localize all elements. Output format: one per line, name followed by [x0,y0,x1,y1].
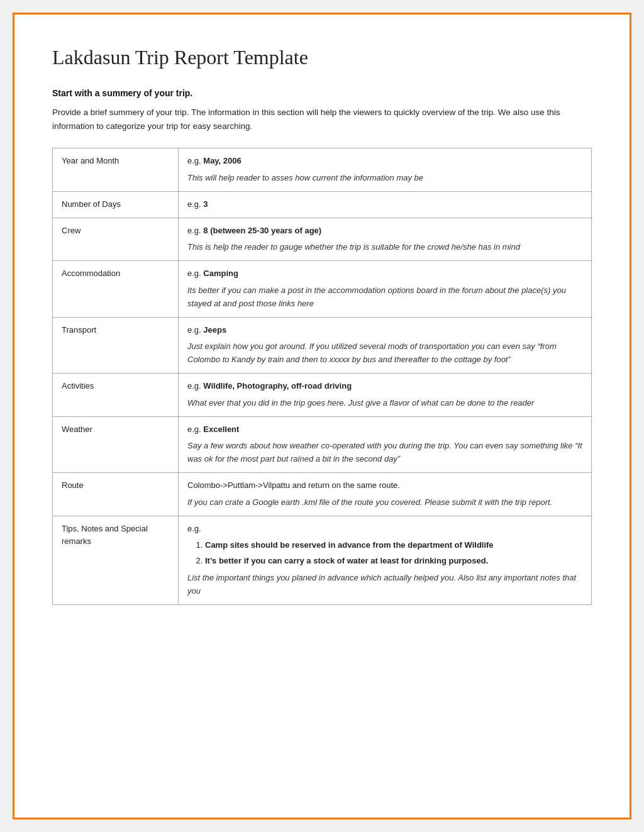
row-example: e.g. Camping [187,269,238,278]
table-row: Accommodatione.g. CampingIts better if y… [53,261,592,317]
row-hint: Just explain how you got around. If you … [187,340,582,367]
row-content: e.g. Wildlife, Photography, off-road dri… [179,373,592,416]
tips-list: Camp sites should be reserved in advance… [205,539,582,568]
row-example: e.g. Excellent [187,424,239,434]
row-label: Weather [53,416,179,472]
row-example-bold: Excellent [203,424,239,434]
table-row: Tips, Notes and Special remarkse.g.Camp … [53,516,592,604]
row-hint: Its better if you can make a post in the… [187,284,582,311]
row-hint: This will help reader to asses how curre… [187,172,582,185]
table-row: Activitiese.g. Wildlife, Photography, of… [53,373,592,416]
row-example-bold: 8 (between 25-30 years of age) [203,226,321,235]
row-example-bold: Wildlife, Photography, off-road driving [203,381,352,391]
tips-list-item: It’s better if you can carry a stock of … [205,555,582,568]
table-row: Weathere.g. ExcellentSay a few words abo… [53,416,592,472]
table-row: Transporte.g. JeepsJust explain how you … [53,317,592,373]
intro-heading: Start with a summery of your trip. [52,88,592,98]
table-row: Year and Monthe.g. May, 2006This will he… [53,148,592,192]
intro-body: Provide a brief summery of your trip. Th… [52,106,592,133]
row-example: e.g. 3 [187,199,208,209]
row-label: Crew [53,218,179,261]
row-content: e.g. JeepsJust explain how you got aroun… [179,317,592,373]
row-example: e.g. May, 2006 [187,156,242,165]
row-example-bold: May, 2006 [203,156,241,165]
row-hint: Say a few words about how weather co-ope… [187,440,582,466]
row-content: Colombo->Puttlam->Vilpattu and return on… [179,472,592,516]
table-row: RouteColombo->Puttlam->Vilpattu and retu… [53,472,592,516]
row-example-bold: Camping [203,269,238,278]
row-hint: This is help the reader to gauge whether… [187,241,582,254]
route-example: Colombo->Puttlam->Vilpattu and return on… [187,479,582,492]
row-example: e.g. Jeeps [187,325,226,335]
table-row: Number of Dayse.g. 3 [53,191,592,218]
row-example-bold: Jeeps [203,325,226,335]
table-row: Crewe.g. 8 (between 25-30 years of age)T… [53,218,592,261]
row-content: e.g. 3 [179,191,592,218]
summary-table: Year and Monthe.g. May, 2006This will he… [52,148,592,604]
tips-list-item: Camp sites should be reserved in advance… [205,539,582,552]
row-content: e.g. CampingIts better if you can make a… [179,261,592,317]
row-content: e.g. May, 2006This will help reader to a… [179,148,592,192]
page-title: Lakdasun Trip Report Template [52,46,592,69]
row-hint: List the important things you planed in … [187,572,582,598]
row-example-bold: 3 [203,199,208,209]
row-label: Year and Month [53,148,179,192]
row-hint: If you can crate a Google earth .kml fil… [187,496,582,509]
row-example: e.g. 8 (between 25-30 years of age) [187,226,321,235]
row-content: e.g. ExcellentSay a few words about how … [179,416,592,472]
row-label: Route [53,472,179,516]
page-container: Lakdasun Trip Report Template Start with… [13,13,631,819]
row-label: Transport [53,317,179,373]
row-label: Number of Days [53,191,179,218]
row-example: e.g. Wildlife, Photography, off-road dri… [187,381,352,391]
row-hint: What ever that you did in the trip goes … [187,397,582,410]
row-label: Accommodation [53,261,179,317]
row-content: e.g. 8 (between 25-30 years of age)This … [179,218,592,261]
row-content: e.g.Camp sites should be reserved in adv… [179,516,592,604]
row-label: Activities [53,373,179,416]
row-label: Tips, Notes and Special remarks [53,516,179,604]
tips-eg: e.g. [187,524,201,533]
